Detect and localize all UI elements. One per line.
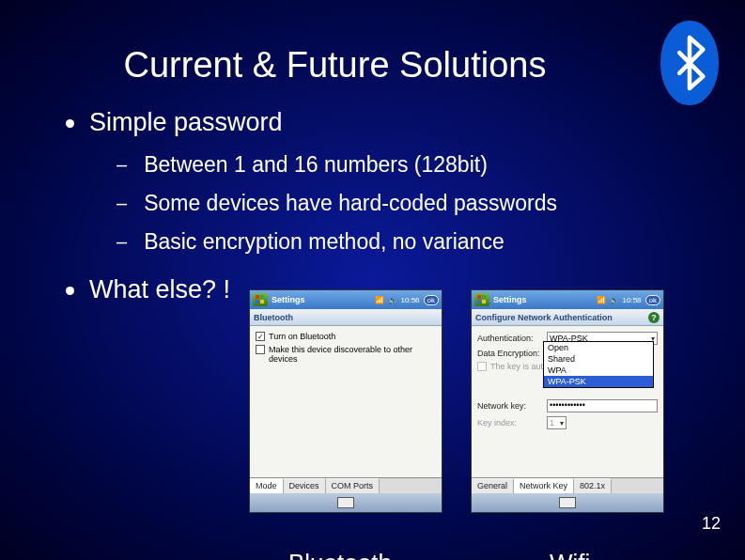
signal-icon: 📶 <box>375 296 384 304</box>
ok-button[interactable]: ok <box>424 295 439 305</box>
bluetooth-logo <box>660 21 719 105</box>
bullet-text: Simple password <box>89 108 283 137</box>
netkey-input[interactable]: •••••••••••• <box>547 399 658 412</box>
tab-general[interactable]: General <box>472 478 514 493</box>
bullet-text: Between 1 and 16 numbers (128bit) <box>144 152 488 178</box>
caption-wifi: Wifi <box>550 549 590 560</box>
netkey-label: Network key: <box>477 401 543 411</box>
clock: 10:56 <box>401 296 420 304</box>
bullet-level2: – Between 1 and 16 numbers (128bit) <box>116 152 679 178</box>
soft-key-bar <box>472 493 663 512</box>
help-icon[interactable]: ? <box>648 312 660 323</box>
bullet-dot-icon <box>66 119 74 128</box>
bullet-dash-icon: – <box>116 231 127 253</box>
subtitle-text: Configure Network Authentication <box>475 313 613 322</box>
bullet-level2: – Some devices have hard-coded passwords <box>116 191 679 216</box>
keyindex-label: Key index: <box>477 418 543 428</box>
keyindex-select[interactable]: 1 <box>547 416 567 429</box>
soft-key-bar <box>250 493 442 512</box>
checkbox-autokey[interactable] <box>477 362 487 371</box>
tab-comports[interactable]: COM Ports <box>326 478 380 493</box>
window-title: Settings <box>272 295 371 304</box>
bullet-level1: Simple password <box>66 108 679 137</box>
signal-icon: 📶 <box>597 296 606 304</box>
tab-bar: Mode Devices COM Ports <box>250 477 442 493</box>
tab-bar: General Network Key 802.1x <box>472 477 663 493</box>
titlebar: Settings 📶 🔈 10:58 ok <box>472 290 663 309</box>
enc-label: Data Encryption: <box>477 349 543 358</box>
auth-label: Authentication: <box>477 334 543 343</box>
keyindex-value: 1 <box>550 418 554 428</box>
checkbox-label: Make this device discoverable to other d… <box>269 345 436 364</box>
caption-bluetooth: Bluetooth <box>288 549 392 560</box>
tab-networkkey[interactable]: Network Key <box>514 478 574 493</box>
dropdown-option-selected[interactable]: WPA-PSK <box>544 376 653 387</box>
sound-icon: 🔈 <box>610 296 619 304</box>
form-row-keyindex: Key index: 1 <box>477 416 658 429</box>
auth-dropdown[interactable]: Open Shared WPA WPA-PSK <box>543 341 654 388</box>
bullet-text: Some devices have hard-coded passwords <box>144 191 557 216</box>
slide-content: Simple password – Between 1 and 16 numbe… <box>0 86 745 304</box>
bullet-text: Basic encryption method, no variance <box>144 229 504 255</box>
page-subtitle: Configure Network Authentication ? <box>472 309 663 326</box>
screenshots-row: Settings 📶 🔈 10:56 ok Bluetooth ✓ Turn o… <box>0 289 664 513</box>
checkbox-row: Make this device discoverable to other d… <box>256 345 436 364</box>
bullet-dash-icon: – <box>116 154 127 176</box>
sound-icon: 🔈 <box>388 296 397 304</box>
dropdown-option[interactable]: WPA <box>544 365 653 376</box>
clock: 10:58 <box>623 296 642 304</box>
page-subtitle: Bluetooth <box>250 309 442 326</box>
checkbox-turn-on[interactable]: ✓ <box>256 332 265 341</box>
window-title: Settings <box>493 295 593 304</box>
tab-devices[interactable]: Devices <box>284 478 326 493</box>
sub-bullet-list: – Between 1 and 16 numbers (128bit) – So… <box>66 152 679 255</box>
form-row-netkey: Network key: •••••••••••• <box>477 399 658 412</box>
slide-title: Current & Future Solutions <box>0 0 745 86</box>
checkbox-label: Turn on Bluetooth <box>269 332 335 341</box>
screenshot-wifi: Settings 📶 🔈 10:58 ok Configure Network … <box>471 289 664 513</box>
dropdown-option[interactable]: Open <box>544 342 653 353</box>
bullet-dash-icon: – <box>116 193 127 214</box>
keyboard-icon[interactable] <box>337 497 354 508</box>
start-icon[interactable] <box>474 293 489 306</box>
titlebar: Settings 📶 🔈 10:56 ok <box>250 290 442 309</box>
dropdown-option[interactable]: Shared <box>544 353 653 365</box>
ok-button[interactable]: ok <box>645 295 660 305</box>
start-icon[interactable] <box>253 293 268 306</box>
keyboard-icon[interactable] <box>559 497 576 508</box>
screenshot-bluetooth: Settings 📶 🔈 10:56 ok Bluetooth ✓ Turn o… <box>249 289 442 513</box>
tab-mode[interactable]: Mode <box>250 478 284 493</box>
subtitle-text: Bluetooth <box>254 313 293 322</box>
tab-8021x[interactable]: 802.1x <box>574 478 612 493</box>
bullet-level2: – Basic encryption method, no variance <box>116 229 679 255</box>
checkbox-row: ✓ Turn on Bluetooth <box>256 332 436 341</box>
checkbox-discoverable[interactable] <box>256 345 265 354</box>
settings-body: ✓ Turn on Bluetooth Make this device dis… <box>250 326 442 493</box>
page-number: 12 <box>702 514 721 534</box>
bluetooth-icon <box>673 34 706 92</box>
settings-body: Authentication: WPA-PSK Data Encryption:… <box>472 326 663 493</box>
